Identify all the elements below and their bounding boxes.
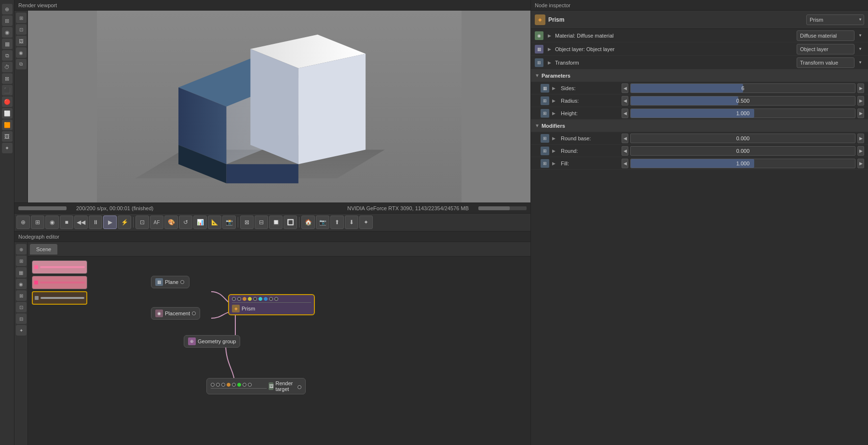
tool-icon-3[interactable]: ◉	[2, 27, 13, 38]
tool-icon-7[interactable]: ⊠	[2, 73, 13, 84]
fill-expand[interactable]: ▶	[552, 161, 558, 166]
tool-icon-1[interactable]: ⊕	[2, 4, 13, 14]
ng-icon-3[interactable]: ▦	[16, 267, 27, 278]
inspector-type-dropdown[interactable]: Prism	[806, 14, 864, 25]
height-decrement-btn[interactable]: ◀	[622, 108, 628, 118]
toolbar-home-btn[interactable]: 🏠	[301, 216, 315, 229]
vp-icon-5[interactable]: ⧉	[16, 59, 27, 69]
prism-node[interactable]: ◈ Prism	[228, 294, 315, 315]
inspector-transform-row[interactable]: ⊞ ▶ Transform Transform value ▼	[531, 56, 868, 69]
tool-icon-8[interactable]: ⬛	[2, 85, 13, 95]
sides-expand[interactable]: ▶	[552, 86, 558, 91]
rt-dot-4[interactable]	[227, 383, 231, 387]
fill-decrement-btn[interactable]: ◀	[622, 159, 628, 168]
plane-output-dot[interactable]	[180, 280, 184, 284]
fill-slider-track[interactable]: 1.000	[630, 159, 855, 168]
inspector-object-layer-row[interactable]: ▦ ▶ Object layer: Object layer Object la…	[531, 42, 868, 56]
round-base-increment-btn[interactable]: ▶	[857, 134, 864, 143]
prism-in-dot-2[interactable]	[237, 297, 241, 301]
tool-icon-6[interactable]: ⏱	[2, 62, 13, 72]
toolbar-reload-btn[interactable]: ↺	[179, 216, 192, 229]
round-base-decrement-btn[interactable]: ◀	[622, 134, 628, 143]
radius-slider-track[interactable]: 0.500	[630, 96, 855, 106]
toolbar-capture-btn[interactable]: 📷	[316, 216, 329, 229]
inspector-material-row[interactable]: ◉ ▶ Material: Diffuse material Diffuse m…	[531, 29, 868, 42]
prism-in-dot-6[interactable]	[258, 297, 262, 301]
material-expand-btn[interactable]: ▶	[546, 33, 552, 39]
rt-dot-3[interactable]	[221, 383, 225, 387]
toolbar-measure-btn[interactable]: 📐	[208, 216, 221, 229]
vp-icon-2[interactable]: ⊡	[16, 24, 27, 35]
mini-node-1[interactable]	[32, 260, 87, 274]
ng-icon-8[interactable]: ✦	[16, 325, 27, 336]
tool-icon-13[interactable]: ✦	[2, 143, 13, 153]
tool-icon-5[interactable]: ⧉	[2, 50, 13, 61]
mini-node-3[interactable]	[32, 291, 87, 305]
vp-icon-1[interactable]: ⊞	[16, 13, 27, 23]
toolbar-prev-btn[interactable]: ◀◀	[74, 216, 88, 229]
toolbar-select2-btn[interactable]: ⊞	[31, 216, 44, 229]
toolbar-select-btn[interactable]: ⊕	[16, 216, 30, 229]
object-layer-expand-btn[interactable]: ▶	[546, 46, 552, 52]
height-slider-track[interactable]: 1.000	[630, 108, 855, 118]
toolbar-grid2-btn[interactable]: ⊟	[255, 216, 268, 229]
toolbar-export-btn[interactable]: ⬆	[330, 216, 344, 229]
rt-dot-1[interactable]	[211, 383, 215, 387]
height-increment-btn[interactable]: ▶	[857, 108, 864, 118]
rt-dot-8[interactable]	[248, 383, 252, 387]
toolbar-play-btn[interactable]: ▶	[103, 216, 117, 229]
toolbar-box2-btn[interactable]: 🔳	[284, 216, 297, 229]
toolbar-render-btn[interactable]: ⊡	[136, 216, 149, 229]
rt-dot-2[interactable]	[216, 383, 220, 387]
tool-icon-9[interactable]: 🔴	[2, 96, 13, 107]
tool-icon-10[interactable]: ⬜	[2, 108, 13, 119]
round-decrement-btn[interactable]: ◀	[622, 146, 628, 156]
geometry-group-node[interactable]: ⊕ Geometry group	[184, 335, 240, 348]
material-dropdown[interactable]: Diffuse material	[797, 30, 854, 41]
tool-icon-11[interactable]: 🟧	[2, 120, 13, 130]
round-expand[interactable]: ▶	[552, 148, 558, 153]
toolbar-more-btn[interactable]: ✦	[359, 216, 373, 229]
transform-dropdown[interactable]: Transform value	[797, 57, 854, 68]
tool-icon-2[interactable]: ⊞	[2, 15, 13, 26]
toolbar-pause-btn[interactable]: ⏸	[89, 216, 102, 229]
rt-bottom-dot[interactable]	[298, 385, 301, 389]
radius-decrement-btn[interactable]: ◀	[622, 96, 628, 106]
toolbar-camera-btn[interactable]: 📸	[222, 216, 236, 229]
object-layer-dropdown[interactable]: Object layer	[797, 44, 854, 54]
round-slider-track[interactable]: 0.000	[630, 146, 855, 156]
toolbar-af-btn[interactable]: AF	[150, 216, 163, 229]
fill-increment-btn[interactable]: ▶	[857, 159, 864, 168]
prism-in-dot-8[interactable]	[269, 297, 273, 301]
toolbar-color-btn[interactable]: 🎨	[164, 216, 178, 229]
round-increment-btn[interactable]: ▶	[857, 146, 864, 156]
ng-icon-7[interactable]: ⊟	[16, 313, 27, 324]
toolbar-grid-btn[interactable]: ⊠	[240, 216, 254, 229]
tool-icon-4[interactable]: ▦	[2, 39, 13, 49]
ng-icon-1[interactable]: ⊕	[16, 244, 27, 255]
render-target-node[interactable]: 🖼 Render target	[206, 378, 306, 394]
toolbar-box-btn[interactable]: 🔲	[269, 216, 283, 229]
toolbar-stats-btn[interactable]: 📊	[193, 216, 207, 229]
plane-node[interactable]: ▦ Plane	[151, 276, 190, 288]
height-expand[interactable]: ▶	[552, 111, 558, 116]
sides-slider-track[interactable]: 6	[630, 83, 855, 93]
vp-icon-4[interactable]: ◉	[16, 47, 27, 58]
modifiers-section-header[interactable]: ▼ Modifiers	[531, 120, 868, 132]
round-base-slider-track[interactable]: 0.000	[630, 134, 855, 143]
rt-dot-7[interactable]	[243, 383, 246, 387]
ng-icon-4[interactable]: ◉	[16, 279, 27, 289]
scene-tab[interactable]: Scene	[30, 244, 57, 255]
transform-expand-btn[interactable]: ▶	[546, 60, 552, 66]
mini-node-2[interactable]	[32, 276, 87, 289]
ng-icon-5[interactable]: ⊠	[16, 290, 27, 301]
rt-dot-6[interactable]	[237, 383, 241, 387]
ng-icon-2[interactable]: ⊞	[16, 256, 27, 266]
placement-output-dot[interactable]	[192, 311, 196, 315]
radius-expand[interactable]: ▶	[552, 98, 558, 103]
prism-in-dot-9[interactable]	[274, 297, 278, 301]
sides-decrement-btn[interactable]: ◀	[622, 83, 628, 93]
vp-icon-3[interactable]: 🖼	[16, 36, 27, 46]
round-base-expand[interactable]: ▶	[552, 136, 558, 141]
radius-increment-btn[interactable]: ▶	[857, 96, 864, 106]
